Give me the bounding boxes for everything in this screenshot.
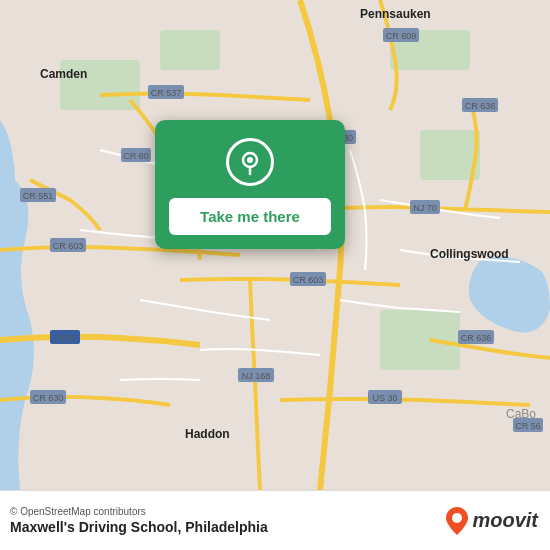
svg-text:NJ 168: NJ 168: [242, 371, 271, 381]
take-me-there-button[interactable]: Take me there: [169, 198, 331, 235]
cabo-watermark: CaBo: [506, 407, 536, 421]
attribution-text: © OpenStreetMap contributors: [10, 506, 268, 517]
svg-rect-2: [160, 30, 220, 70]
haddon-label: Haddon: [185, 427, 230, 441]
svg-point-37: [247, 157, 253, 163]
svg-text:I 676: I 676: [55, 333, 75, 343]
map-container: Pennsauken Camden Collingswood Haddon CR…: [0, 0, 550, 490]
svg-text:CR 551: CR 551: [23, 191, 54, 201]
svg-text:CR 603: CR 603: [293, 275, 324, 285]
moovit-text: moovit: [472, 509, 538, 532]
location-icon: [226, 138, 274, 186]
svg-point-39: [452, 513, 462, 523]
svg-text:CR 630: CR 630: [33, 393, 64, 403]
bottom-left: © OpenStreetMap contributors Maxwell's D…: [10, 506, 268, 535]
svg-rect-5: [380, 310, 460, 370]
popup-card: Take me there: [155, 120, 345, 249]
svg-text:CR 609: CR 609: [386, 31, 417, 41]
svg-text:CR 636: CR 636: [465, 101, 496, 111]
svg-text:CR 603: CR 603: [53, 241, 84, 251]
moovit-logo: moovit: [446, 507, 538, 535]
svg-text:US 30: US 30: [372, 393, 397, 403]
pennsauken-label: Pennsauken: [360, 7, 431, 21]
camden-label: Camden: [40, 67, 87, 81]
collingswood-label: Collingswood: [430, 247, 509, 261]
bottom-bar: © OpenStreetMap contributors Maxwell's D…: [0, 490, 550, 550]
svg-text:CR 537: CR 537: [151, 88, 182, 98]
moovit-pin-icon: [446, 507, 468, 535]
svg-text:CR 636: CR 636: [461, 333, 492, 343]
svg-text:CR 60: CR 60: [123, 151, 149, 161]
svg-text:NJ 70: NJ 70: [413, 203, 437, 213]
location-name: Maxwell's Driving School, Philadelphia: [10, 519, 268, 535]
svg-text:CR 56: CR 56: [515, 421, 541, 431]
